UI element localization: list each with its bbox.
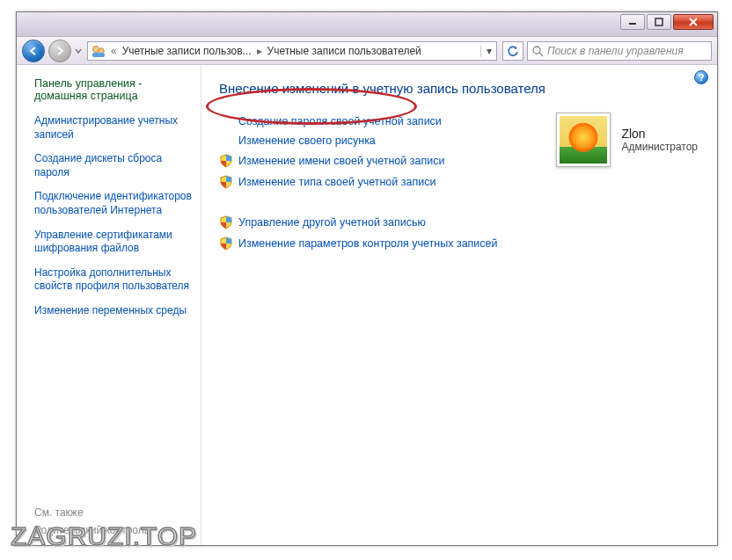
user-picture[interactable] xyxy=(556,113,611,167)
close-button[interactable] xyxy=(673,14,714,30)
see-also-parental-controls[interactable]: Родительский контроль xyxy=(34,524,192,536)
user-accounts-icon xyxy=(92,44,106,58)
search-icon xyxy=(531,45,544,57)
breadcrumb-prefix: « xyxy=(109,45,119,57)
user-name: Zlon xyxy=(621,127,698,141)
control-panel-window: « Учетные записи пользов... ▸ Учетные за… xyxy=(16,11,718,546)
svg-rect-6 xyxy=(92,53,105,57)
arrow-right-icon xyxy=(55,46,65,56)
nav-history-dropdown[interactable] xyxy=(75,44,82,58)
minimize-button[interactable] xyxy=(620,14,645,30)
flower-avatar-icon xyxy=(560,116,607,164)
user-role: Администратор xyxy=(621,141,698,153)
nav-back-button[interactable] xyxy=(22,40,45,62)
address-dropdown[interactable]: ▾ xyxy=(480,45,496,57)
svg-line-8 xyxy=(539,53,543,56)
main-panel: ? Внесение изменений в учетную запись по… xyxy=(201,65,717,545)
maximize-icon xyxy=(655,18,663,26)
svg-rect-0 xyxy=(629,23,636,25)
minimize-icon xyxy=(628,18,637,26)
task-change-type[interactable]: Изменение типа своей учетной записи xyxy=(219,175,703,189)
sidebar-link-password-reset-disk[interactable]: Создание дискеты сброса пароля xyxy=(34,152,192,179)
task-label: Изменение параметров контроля учетных за… xyxy=(238,237,498,250)
nav-forward-button[interactable] xyxy=(48,40,71,62)
sidebar: Панель управления - домашняя страница Ад… xyxy=(17,65,201,545)
task-label: Изменение своего рисунка xyxy=(238,135,376,147)
task-label: Изменение типа своей учетной записи xyxy=(238,176,436,188)
breadcrumb-seg-1[interactable]: Учетные записи пользов... xyxy=(119,45,255,57)
sidebar-link-env-vars[interactable]: Изменение переменных среды xyxy=(34,304,192,318)
maximize-button[interactable] xyxy=(647,14,671,30)
search-placeholder: Поиск в панели управления xyxy=(547,45,684,57)
window-body: Панель управления - домашняя страница Ад… xyxy=(17,65,717,545)
svg-point-7 xyxy=(533,47,540,54)
see-also-label: См. также xyxy=(34,506,192,519)
control-panel-home-link[interactable]: Панель управления - домашняя страница xyxy=(34,77,192,102)
task-label: Создание пароля своей учетной записи xyxy=(238,115,442,127)
address-bar[interactable]: « Учетные записи пользов... ▸ Учетные за… xyxy=(87,41,497,61)
refresh-icon xyxy=(507,45,519,57)
page-title: Внесение изменений в учетную запись поль… xyxy=(219,81,703,96)
navbar: « Учетные записи пользов... ▸ Учетные за… xyxy=(17,37,717,65)
task-change-uac[interactable]: Изменение параметров контроля учетных за… xyxy=(219,236,703,251)
task-manage-other-account[interactable]: Управление другой учетной записью xyxy=(219,215,703,229)
shield-icon xyxy=(219,154,233,168)
sidebar-link-online-ids[interactable]: Подключение идентификаторов пользователе… xyxy=(34,190,192,217)
chevron-down-icon xyxy=(75,47,82,55)
user-card: Zlon Администратор xyxy=(556,113,698,167)
help-icon[interactable]: ? xyxy=(694,70,708,84)
arrow-left-icon xyxy=(28,46,39,56)
titlebar xyxy=(17,12,717,37)
shield-icon xyxy=(219,175,233,189)
svg-rect-1 xyxy=(655,18,662,25)
task-label: Управление другой учетной записью xyxy=(238,216,426,229)
close-icon xyxy=(688,17,699,27)
breadcrumb-seg-2[interactable]: Учетные записи пользователей xyxy=(264,45,425,57)
breadcrumb-sep-icon: ▸ xyxy=(255,45,264,57)
task-label: Изменение имени своей учетной записи xyxy=(238,155,444,167)
sidebar-link-admin-accounts[interactable]: Администрирование учетных записей xyxy=(34,114,192,142)
refresh-button[interactable] xyxy=(502,41,523,61)
search-input[interactable]: Поиск в панели управления xyxy=(527,41,712,61)
shield-icon xyxy=(219,236,233,251)
sidebar-link-profile-props[interactable]: Настройка дополнительных свойств профиля… xyxy=(34,266,192,294)
shield-icon xyxy=(219,215,233,229)
sidebar-link-encryption-certs[interactable]: Управление сертификатами шифрования файл… xyxy=(34,229,192,256)
